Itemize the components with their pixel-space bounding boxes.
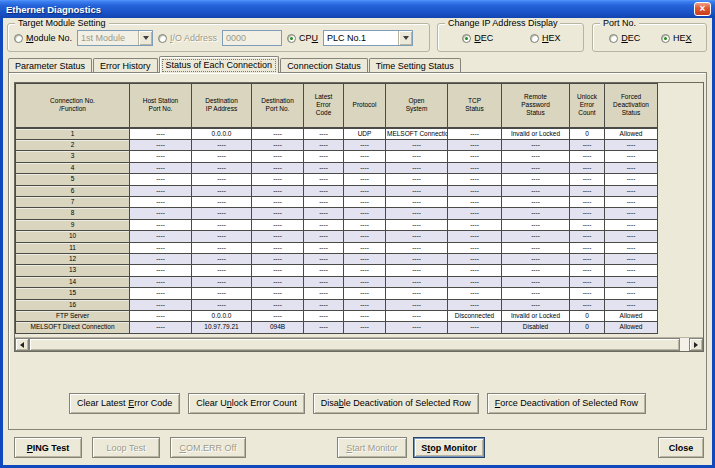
grid-cell[interactable]: ---- xyxy=(344,162,386,173)
io-address-radio[interactable]: I/O Address xyxy=(158,33,217,43)
grid-cell[interactable]: ---- xyxy=(130,139,192,150)
grid-cell[interactable]: ---- xyxy=(304,276,344,287)
grid-cell[interactable]: ---- xyxy=(386,288,448,299)
grid-cell[interactable]: ---- xyxy=(192,208,252,219)
grid-cell[interactable]: ---- xyxy=(386,174,448,185)
grid-cell[interactable]: ---- xyxy=(605,253,658,264)
grid-cell[interactable]: ---- xyxy=(192,242,252,253)
grid-cell[interactable]: ---- xyxy=(605,288,658,299)
row-header[interactable]: 2 xyxy=(16,139,130,150)
grid-cell[interactable]: ---- xyxy=(386,151,448,162)
grid-cell[interactable]: ---- xyxy=(605,196,658,207)
module-no-radio[interactable]: Module No. xyxy=(14,33,72,43)
clear-latest-error-code-button[interactable]: Clear Latest Error Code xyxy=(69,393,180,414)
row-header[interactable]: 5 xyxy=(16,174,130,185)
radio-icon[interactable] xyxy=(530,34,539,43)
radio-icon[interactable] xyxy=(14,34,23,43)
grid-cell[interactable]: 0.0.0.0 xyxy=(192,128,252,140)
grid-cell[interactable]: ---- xyxy=(252,185,304,196)
grid-cell[interactable]: ---- xyxy=(252,196,304,207)
grid-cell[interactable]: ---- xyxy=(386,219,448,230)
grid-cell[interactable]: ---- xyxy=(570,276,605,287)
row-header[interactable]: 9 xyxy=(16,219,130,230)
grid-cell[interactable]: ---- xyxy=(304,311,344,322)
grid-cell[interactable]: ---- xyxy=(502,231,570,242)
table-row[interactable]: 6---------------------------------------… xyxy=(16,185,658,196)
grid-cell[interactable]: ---- xyxy=(344,322,386,333)
grid-cell[interactable]: ---- xyxy=(304,253,344,264)
grid-cell[interactable]: ---- xyxy=(192,288,252,299)
grid-cell[interactable]: ---- xyxy=(570,299,605,310)
row-header[interactable]: FTP Server xyxy=(16,311,130,322)
grid-cell[interactable]: ---- xyxy=(252,174,304,185)
grid-cell[interactable]: ---- xyxy=(502,219,570,230)
grid-cell[interactable]: ---- xyxy=(304,265,344,276)
grid-cell[interactable]: ---- xyxy=(130,185,192,196)
grid-cell[interactable]: ---- xyxy=(192,265,252,276)
scroll-right-icon[interactable] xyxy=(689,338,703,351)
grid-cell[interactable]: ---- xyxy=(344,311,386,322)
table-row[interactable]: 15--------------------------------------… xyxy=(16,288,658,299)
table-row[interactable]: 16--------------------------------------… xyxy=(16,299,658,310)
table-row[interactable]: 13--------------------------------------… xyxy=(16,265,658,276)
grid-cell[interactable]: ---- xyxy=(304,185,344,196)
radio-icon[interactable] xyxy=(462,34,471,43)
grid-cell[interactable]: ---- xyxy=(192,174,252,185)
ip-dec-radio[interactable]: DEC xyxy=(462,33,493,43)
grid-cell[interactable]: ---- xyxy=(386,231,448,242)
grid-cell[interactable]: ---- xyxy=(448,128,502,140)
table-row[interactable]: 12--------------------------------------… xyxy=(16,253,658,264)
grid-cell[interactable]: ---- xyxy=(502,151,570,162)
grid-cell[interactable]: ---- xyxy=(252,219,304,230)
tab-connection-status[interactable]: Connection Status xyxy=(280,58,368,72)
row-header[interactable]: 15 xyxy=(16,288,130,299)
grid-cell[interactable]: ---- xyxy=(570,151,605,162)
scroll-left-icon[interactable] xyxy=(15,338,29,351)
ip-hex-radio[interactable]: HEX xyxy=(530,33,561,43)
grid-cell[interactable]: ---- xyxy=(386,162,448,173)
table-row[interactable]: MELSOFT Direct Connection----10.97.79.21… xyxy=(16,322,658,333)
grid-cell[interactable]: ---- xyxy=(386,196,448,207)
grid-cell[interactable]: ---- xyxy=(386,208,448,219)
grid-cell[interactable]: ---- xyxy=(252,288,304,299)
row-header[interactable]: 12 xyxy=(16,253,130,264)
grid-cell[interactable]: ---- xyxy=(605,208,658,219)
horizontal-scrollbar[interactable] xyxy=(15,337,703,351)
table-row[interactable]: FTP Server----0.0.0.0----------------Dis… xyxy=(16,311,658,322)
clear-unlock-error-count-button[interactable]: Clear Unlock Error Count xyxy=(188,393,305,414)
grid-cell[interactable]: ---- xyxy=(448,185,502,196)
grid-cell[interactable]: ---- xyxy=(130,151,192,162)
grid-cell[interactable]: ---- xyxy=(448,208,502,219)
grid-cell[interactable]: 0 xyxy=(570,128,605,140)
grid-cell[interactable]: ---- xyxy=(570,265,605,276)
grid-cell[interactable]: ---- xyxy=(192,276,252,287)
grid-cell[interactable]: ---- xyxy=(570,196,605,207)
grid-cell[interactable]: ---- xyxy=(252,265,304,276)
grid-cell[interactable]: ---- xyxy=(570,208,605,219)
grid-cell[interactable]: ---- xyxy=(344,174,386,185)
table-row[interactable]: 10--------------------------------------… xyxy=(16,231,658,242)
grid-cell[interactable]: ---- xyxy=(502,174,570,185)
grid-cell[interactable]: ---- xyxy=(192,253,252,264)
grid-cell[interactable]: ---- xyxy=(502,139,570,150)
grid-cell[interactable]: Disconnected xyxy=(448,311,502,322)
grid-cell[interactable]: ---- xyxy=(192,139,252,150)
grid-cell[interactable]: ---- xyxy=(304,288,344,299)
close-button[interactable]: Close xyxy=(658,437,704,458)
grid-cell[interactable]: ---- xyxy=(344,242,386,253)
grid-cell[interactable]: ---- xyxy=(344,219,386,230)
grid-cell[interactable]: ---- xyxy=(130,219,192,230)
row-header[interactable]: 1 xyxy=(16,128,130,140)
grid-cell[interactable]: ---- xyxy=(130,276,192,287)
grid-cell[interactable]: ---- xyxy=(605,162,658,173)
grid-cell[interactable]: ---- xyxy=(605,174,658,185)
row-header[interactable]: 10 xyxy=(16,231,130,242)
row-header[interactable]: 8 xyxy=(16,208,130,219)
tab-status-of-each-connection[interactable]: Status of Each Connection xyxy=(159,56,280,73)
grid-cell[interactable]: ---- xyxy=(570,288,605,299)
grid-cell[interactable]: ---- xyxy=(304,174,344,185)
grid-cell[interactable]: ---- xyxy=(192,299,252,310)
grid-cell[interactable]: 0.0.0.0 xyxy=(192,311,252,322)
grid-cell[interactable]: ---- xyxy=(130,242,192,253)
grid-cell[interactable]: ---- xyxy=(252,299,304,310)
